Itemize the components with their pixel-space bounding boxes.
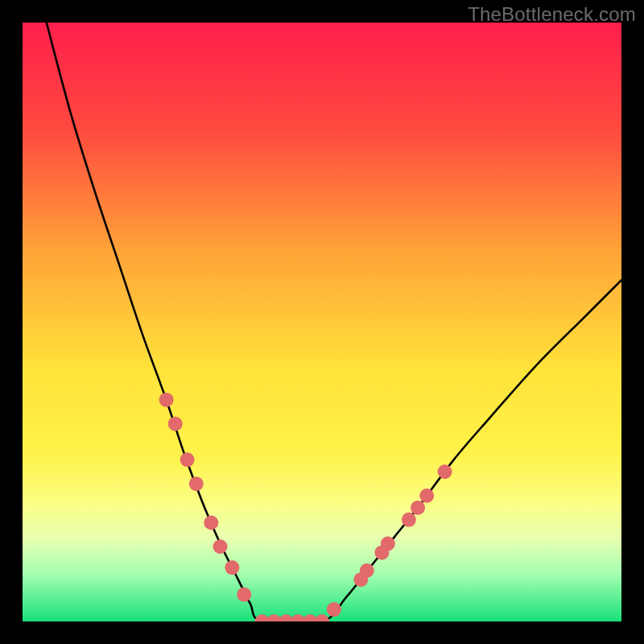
data-point [402,513,416,527]
data-point [438,464,452,479]
data-point [360,564,374,578]
data-point [180,452,195,467]
data-point [204,515,218,530]
data-point [189,477,204,491]
data-point [419,489,434,503]
data-point [381,536,395,551]
watermark-text: TheBottleneck.com [468,3,636,26]
gradient-background [23,23,621,621]
data-point [237,588,251,602]
data-point [213,539,228,554]
data-point [411,501,425,515]
data-point [327,602,341,617]
data-point [168,416,183,431]
data-point [225,560,239,575]
chart-svg [23,23,621,621]
chart-frame [23,23,621,621]
data-point [159,393,174,407]
